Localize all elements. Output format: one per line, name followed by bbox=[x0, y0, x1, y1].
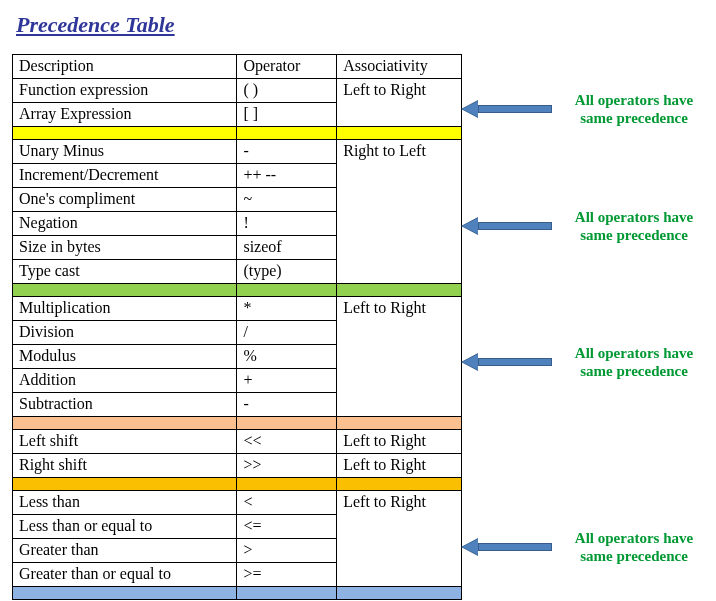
header-associativity: Associativity bbox=[337, 55, 462, 79]
cell-desc: One's compliment bbox=[13, 188, 237, 212]
separator-row bbox=[13, 478, 462, 491]
cell-desc: Greater than bbox=[13, 539, 237, 563]
cell-op: - bbox=[237, 393, 337, 417]
cell-assoc: Left to Right bbox=[337, 454, 462, 478]
header-description: Description bbox=[13, 55, 237, 79]
cell-desc: Less than or equal to bbox=[13, 515, 237, 539]
cell-op: >= bbox=[237, 563, 337, 587]
separator-row bbox=[13, 417, 462, 430]
table-row: Function expression ( ) Left to Right bbox=[13, 79, 462, 103]
arrow-left-icon bbox=[462, 354, 552, 370]
cell-desc: Multiplication bbox=[13, 297, 237, 321]
table-row: Right shift >> Left to Right bbox=[13, 454, 462, 478]
cell-op: [ ] bbox=[237, 103, 337, 127]
cell-op: + bbox=[237, 369, 337, 393]
cell-op: ~ bbox=[237, 188, 337, 212]
cell-op: ++ -- bbox=[237, 164, 337, 188]
cell-op: (type) bbox=[237, 260, 337, 284]
annotation-text: All operators havesame precedence bbox=[564, 529, 704, 565]
arrow-left-icon bbox=[462, 218, 552, 234]
cell-op: >> bbox=[237, 454, 337, 478]
cell-op: ( ) bbox=[237, 79, 337, 103]
cell-assoc: Left to Right bbox=[337, 297, 462, 417]
arrow-left-icon bbox=[462, 101, 552, 117]
annotation: All operators havesame precedence bbox=[462, 208, 704, 244]
cell-desc: Function expression bbox=[13, 79, 237, 103]
cell-desc: Subtraction bbox=[13, 393, 237, 417]
cell-desc: Unary Minus bbox=[13, 140, 237, 164]
table-row: Left shift << Left to Right bbox=[13, 430, 462, 454]
cell-desc: Right shift bbox=[13, 454, 237, 478]
cell-op: - bbox=[237, 140, 337, 164]
separator-row bbox=[13, 587, 462, 600]
cell-desc: Addition bbox=[13, 369, 237, 393]
annotation: All operators havesame precedence bbox=[462, 344, 704, 380]
annotation-text: All operators havesame precedence bbox=[564, 208, 704, 244]
cell-op: % bbox=[237, 345, 337, 369]
precedence-table: Description Operator Associativity Funct… bbox=[12, 54, 462, 600]
annotation: All operators havesame precedence bbox=[462, 91, 704, 127]
cell-desc: Less than bbox=[13, 491, 237, 515]
cell-op: > bbox=[237, 539, 337, 563]
cell-op: ! bbox=[237, 212, 337, 236]
annotation-text: All operators havesame precedence bbox=[564, 344, 704, 380]
cell-assoc: Right to Left bbox=[337, 140, 462, 284]
cell-op: / bbox=[237, 321, 337, 345]
header-operator: Operator bbox=[237, 55, 337, 79]
content-layout: Description Operator Associativity Funct… bbox=[12, 54, 704, 600]
table-row: Unary Minus - Right to Left bbox=[13, 140, 462, 164]
cell-desc: Type cast bbox=[13, 260, 237, 284]
separator-row bbox=[13, 127, 462, 140]
cell-desc: Size in bytes bbox=[13, 236, 237, 260]
cell-op: < bbox=[237, 491, 337, 515]
cell-desc: Array Expression bbox=[13, 103, 237, 127]
table-row: Multiplication * Left to Right bbox=[13, 297, 462, 321]
cell-op: <= bbox=[237, 515, 337, 539]
cell-op: * bbox=[237, 297, 337, 321]
cell-desc: Greater than or equal to bbox=[13, 563, 237, 587]
table-header-row: Description Operator Associativity bbox=[13, 55, 462, 79]
cell-assoc: Left to Right bbox=[337, 430, 462, 454]
cell-op: << bbox=[237, 430, 337, 454]
annotation: All operators havesame precedence bbox=[462, 529, 704, 565]
table-row: Less than < Left to Right bbox=[13, 491, 462, 515]
cell-desc: Division bbox=[13, 321, 237, 345]
separator-row bbox=[13, 284, 462, 297]
cell-op: sizeof bbox=[237, 236, 337, 260]
page-title: Precedence Table bbox=[16, 12, 704, 38]
cell-desc: Negation bbox=[13, 212, 237, 236]
cell-desc: Modulus bbox=[13, 345, 237, 369]
cell-assoc: Left to Right bbox=[337, 79, 462, 127]
cell-assoc: Left to Right bbox=[337, 491, 462, 587]
cell-desc: Left shift bbox=[13, 430, 237, 454]
arrow-left-icon bbox=[462, 539, 552, 555]
annotation-text: All operators havesame precedence bbox=[564, 91, 704, 127]
cell-desc: Increment/Decrement bbox=[13, 164, 237, 188]
